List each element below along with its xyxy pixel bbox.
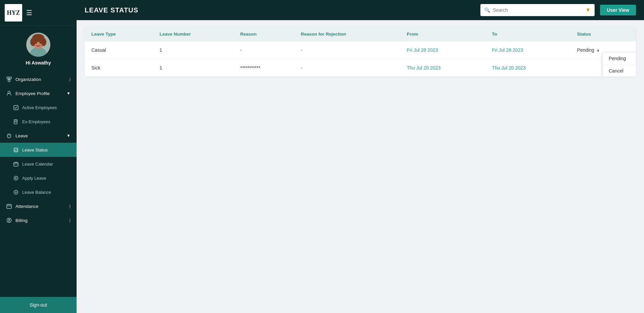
bill-icon — [6, 217, 12, 223]
search-icon: 🔍 — [484, 7, 490, 13]
sidebar-item-organization-label: Organization — [15, 77, 41, 82]
svg-rect-20 — [7, 205, 11, 209]
sidebar-item-ex-employees[interactable]: Ex-Employees — [0, 115, 77, 129]
sidebar-item-active-employees-label: Active Employees — [22, 105, 57, 110]
svg-point-7 — [40, 42, 41, 44]
svg-rect-9 — [9, 77, 11, 79]
emp-icon — [6, 90, 12, 96]
user-greeting: Hi Aswathy — [26, 60, 51, 65]
check-square-icon — [13, 104, 19, 110]
svg-point-5 — [41, 38, 46, 46]
status-dropdown-1[interactable]: Pending ▲ — [577, 47, 600, 53]
sidebar-item-leave-balance[interactable]: Leave Balance — [0, 185, 77, 199]
signout-button[interactable]: Sign-out — [0, 297, 77, 313]
svg-rect-10 — [8, 80, 10, 82]
sidebar-item-ex-employees-label: Ex-Employees — [22, 119, 50, 124]
topbar: LEAVE STATUS 🔍 ▼ User View — [77, 0, 644, 20]
cell-from-2: Thu Jul 20 2023 — [400, 59, 485, 77]
dropdown-option-pending[interactable]: Pending — [603, 52, 636, 64]
sidebar-item-apply-leave-label: Apply Leave — [22, 176, 46, 181]
table-row: Casual 1 - - Fri Jul 28 2023 Fri Jul 28 … — [85, 41, 636, 59]
table-header: Leave Type Leave Number Reason Reason fo… — [85, 27, 636, 41]
col-to: To — [485, 27, 570, 41]
chevron-right-icon: 〉 — [69, 77, 71, 82]
sidebar-header: HYZ ☰ — [0, 0, 77, 26]
leave-icon — [6, 133, 12, 139]
sidebar-item-attendance-label: Attendance — [15, 204, 38, 209]
sidebar-item-active-employees[interactable]: Active Employees — [0, 100, 77, 115]
col-reason: Reason — [233, 27, 294, 41]
sidebar-item-organization[interactable]: Organization 〉 — [0, 72, 77, 86]
sidebar-item-apply-leave[interactable]: Apply Leave — [0, 171, 77, 185]
sidebar-item-billing-label: Billing — [15, 218, 28, 223]
ls-icon — [13, 147, 19, 153]
nav-section: Organization 〉 Employee Profile ▼ Active… — [0, 70, 77, 297]
filter-icon[interactable]: ▼ — [585, 7, 591, 13]
hamburger-icon[interactable]: ☰ — [26, 9, 32, 17]
table-body: Casual 1 - - Fri Jul 28 2023 Fri Jul 28 … — [85, 41, 636, 77]
bal-icon — [13, 189, 19, 195]
chevron-right2-icon: 〉 — [69, 204, 71, 209]
apply-icon — [13, 175, 19, 181]
cell-leave-type-2: Sick — [85, 59, 153, 77]
cell-leave-number-2: 1 — [153, 59, 233, 77]
att-icon — [6, 203, 12, 209]
leave-table: Leave Type Leave Number Reason Reason fo… — [85, 27, 636, 77]
cell-leave-type-1: Casual — [85, 41, 153, 59]
cell-from-1: Fri Jul 28 2023 — [400, 41, 485, 59]
sidebar-item-employee-profile[interactable]: Employee Profile ▼ — [0, 86, 77, 100]
user-view-button[interactable]: User View — [600, 5, 636, 15]
chevron-down-icon: ▼ — [67, 91, 71, 96]
dropdown-option-cancel[interactable]: Cancel — [603, 64, 636, 77]
search-bar: 🔍 ▼ — [480, 4, 595, 16]
leave-table-container: Leave Type Leave Number Reason Reason fo… — [85, 27, 636, 77]
cell-reason-1: - — [233, 41, 294, 59]
svg-rect-8 — [7, 77, 9, 79]
table-row: Sick 1 *********** - Thu Jul 20 2023 Thu… — [85, 59, 636, 77]
sidebar-item-leave-label: Leave — [15, 133, 28, 138]
status-value-1: Pending — [577, 47, 594, 53]
main-content: LEAVE STATUS 🔍 ▼ User View Leave Type Le… — [77, 0, 644, 313]
sidebar-item-leave-status-label: Leave Status — [22, 147, 48, 152]
cell-rejection-2: - — [294, 59, 400, 77]
sidebar-item-employee-profile-label: Employee Profile — [15, 91, 50, 96]
sidebar-item-attendance[interactable]: Attendance 〉 — [0, 199, 77, 213]
cell-status-1[interactable]: Pending ▲ Pending Cancel — [570, 41, 636, 59]
logo: HYZ — [5, 4, 22, 21]
page-title: LEAVE STATUS — [85, 6, 475, 14]
cal-icon — [13, 161, 19, 167]
sidebar: HYZ ☰ Hi Aswathy — [0, 0, 77, 313]
search-input[interactable] — [493, 7, 583, 13]
sidebar-item-leave[interactable]: Leave ▼ — [0, 129, 77, 143]
svg-rect-17 — [14, 163, 18, 166]
col-status: Status — [570, 27, 636, 41]
org-icon — [6, 76, 12, 82]
sidebar-item-leave-calendar-label: Leave Calendar — [22, 162, 53, 167]
status-dropdown-menu: Pending Cancel — [602, 52, 636, 77]
col-leave-type: Leave Type — [85, 27, 153, 41]
col-reason-rejection: Reason for Rejection — [294, 27, 400, 41]
col-from: From — [400, 27, 485, 41]
sidebar-item-leave-calendar[interactable]: Leave Calendar — [0, 157, 77, 171]
content-area: Leave Type Leave Number Reason Reason fo… — [77, 20, 644, 313]
sidebar-item-leave-balance-label: Leave Balance — [22, 190, 51, 195]
cell-to-1: Fri Jul 28 2023 — [485, 41, 570, 59]
col-leave-number: Leave Number — [153, 27, 233, 41]
cell-to-2: Thu Jul 20 2023 — [485, 59, 570, 77]
cell-leave-number-1: 1 — [153, 41, 233, 59]
cell-rejection-1: - — [294, 41, 400, 59]
svg-point-4 — [30, 38, 36, 46]
sidebar-item-billing[interactable]: Billing 〉 — [0, 213, 77, 227]
cell-reason-2: *********** — [233, 59, 294, 77]
svg-point-6 — [36, 42, 37, 44]
file-icon — [13, 119, 19, 125]
avatar — [26, 33, 50, 57]
svg-rect-16 — [14, 148, 18, 152]
svg-rect-13 — [14, 105, 18, 110]
avatar-section: Hi Aswathy — [0, 26, 77, 70]
dropdown-arrow-icon: ▲ — [596, 48, 600, 52]
chevron-down2-icon: ▼ — [67, 133, 71, 138]
sidebar-item-leave-status[interactable]: Leave Status — [0, 143, 77, 157]
chevron-right3-icon: 〉 — [69, 218, 71, 223]
